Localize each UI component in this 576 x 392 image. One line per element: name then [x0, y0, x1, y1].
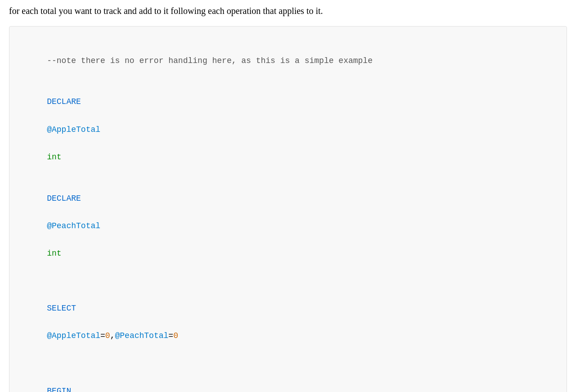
- intro-paragraph: for each total you want to track and add…: [0, 0, 576, 26]
- declare-apple-line: DECLARE @AppleTotal int: [27, 81, 549, 178]
- int-type-2: int: [47, 249, 61, 258]
- declare-keyword-2: DECLARE: [47, 194, 81, 203]
- begin-keyword: BEGIN: [47, 387, 71, 392]
- code-block: --note there is no error handling here, …: [9, 26, 567, 392]
- begin-line: BEGIN TRANSACTION: [27, 370, 549, 392]
- peach-total-var-1: @PeachTotal: [47, 221, 100, 230]
- select-init-line: SELECT @AppleTotal=0,@PeachTotal=0: [27, 288, 549, 357]
- declare-peach-line: DECLARE @PeachTotal int: [27, 178, 549, 274]
- zero-2: 0: [173, 331, 178, 340]
- declare-keyword-1: DECLARE: [47, 97, 81, 106]
- apple-total-var-1: @AppleTotal: [47, 125, 100, 134]
- int-type-1: int: [47, 153, 61, 162]
- select-keyword-1: SELECT: [47, 304, 76, 313]
- apple-total-init: @AppleTotal: [47, 331, 100, 340]
- zero-1: 0: [105, 331, 110, 340]
- comment-text: --note there is no error handling here, …: [47, 56, 373, 65]
- empty-line-1: [27, 274, 549, 288]
- comment-line: --note there is no error handling here, …: [27, 40, 549, 81]
- empty-line-2: [27, 357, 549, 371]
- peach-total-init: @PeachTotal: [115, 331, 168, 340]
- intro-text-container: for each total you want to track and add…: [0, 0, 576, 26]
